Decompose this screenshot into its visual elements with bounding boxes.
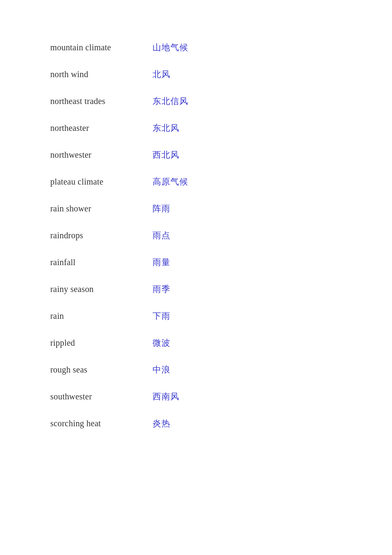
english-term: southwester	[50, 392, 135, 402]
vocab-item: southwester西南风	[50, 383, 392, 410]
vocab-item: north wind北风	[50, 61, 392, 88]
english-term: northeaster	[50, 123, 135, 133]
english-term: rain	[50, 311, 135, 321]
vocab-item: rain下雨	[50, 303, 392, 330]
english-term: plateau climate	[50, 177, 135, 187]
chinese-term: 高原气候	[153, 176, 188, 188]
chinese-term: 东北信风	[153, 95, 188, 107]
vocab-item: scorching heat炎热	[50, 410, 392, 437]
english-term: northwester	[50, 150, 135, 160]
chinese-term: 雨量	[153, 257, 170, 268]
english-term: raindrops	[50, 231, 135, 240]
vocab-item: northeaster东北风	[50, 115, 392, 142]
vocab-item: northwester西北风	[50, 142, 392, 168]
english-term: rainy season	[50, 284, 135, 294]
vocab-item: rainy season雨季	[50, 276, 392, 303]
vocab-item: rain shower阵雨	[50, 195, 392, 222]
vocab-item: rough seas中浪	[50, 356, 392, 383]
chinese-term: 微波	[153, 337, 170, 349]
chinese-term: 雨季	[153, 283, 170, 295]
vocab-item: rippled微波	[50, 330, 392, 356]
english-term: rainfall	[50, 257, 135, 267]
english-term: rippled	[50, 338, 135, 348]
vocabulary-list: mountain climate山地气候north wind北风northeas…	[50, 34, 392, 437]
english-term: north wind	[50, 69, 135, 79]
chinese-term: 阵雨	[153, 203, 170, 214]
vocab-item: raindrops雨点	[50, 222, 392, 249]
english-term: northeast trades	[50, 96, 135, 106]
vocab-item: northeast trades东北信风	[50, 88, 392, 115]
chinese-term: 中浪	[153, 364, 170, 376]
vocab-item: rainfall雨量	[50, 249, 392, 276]
chinese-term: 西南风	[153, 391, 179, 402]
english-term: scorching heat	[50, 419, 135, 428]
chinese-term: 西北风	[153, 149, 179, 161]
chinese-term: 下雨	[153, 310, 170, 322]
chinese-term: 炎热	[153, 418, 170, 429]
vocab-item: mountain climate山地气候	[50, 34, 392, 61]
chinese-term: 山地气候	[153, 42, 188, 53]
chinese-term: 雨点	[153, 230, 170, 241]
chinese-term: 东北风	[153, 122, 179, 134]
english-term: rough seas	[50, 365, 135, 375]
chinese-term: 北风	[153, 69, 170, 80]
vocab-item: plateau climate高原气候	[50, 168, 392, 195]
english-term: mountain climate	[50, 43, 135, 52]
english-term: rain shower	[50, 204, 135, 214]
